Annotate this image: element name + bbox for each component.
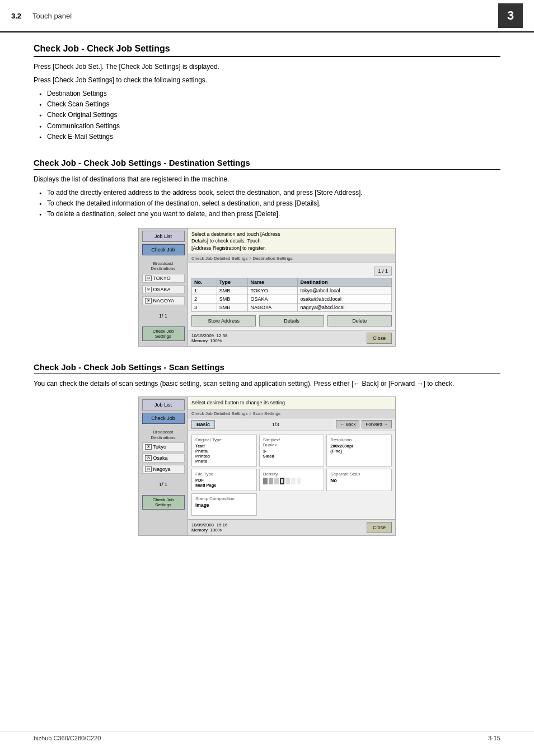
page-counter: 1 / 1 (374, 267, 392, 276)
cell-type: SMB (217, 304, 248, 312)
list-item: To add the directly entered address to t… (39, 188, 500, 198)
scan-cell-density: Density (259, 469, 325, 491)
page-counter-scan: 1/3 (272, 422, 279, 427)
dest-item-osaka: ✉ OSAKA (142, 285, 185, 294)
job-list-button-scan[interactable]: Job List (142, 399, 185, 410)
close-button[interactable]: Close (367, 333, 392, 344)
page-number: 1/ 1 (159, 313, 167, 319)
details-button[interactable]: Details (259, 315, 324, 326)
check-job-settings-button[interactable]: Check JobSettings (142, 326, 185, 341)
header-bar: 3.2 Touch panel 3 (0, 0, 534, 32)
list-item: To check the detailed information of the… (39, 198, 500, 209)
destination-settings-panel: Job List Check Job BroadcastDestinations… (138, 228, 396, 347)
cell-no: 2 (192, 295, 217, 304)
forward-button-scan[interactable]: Forward → (362, 420, 392, 428)
cell-name: NAGOYA (248, 304, 298, 312)
broadcast-label: BroadcastDestinations (151, 261, 175, 272)
ui-sidebar-scan: Job List Check Job BroadcastDestinations… (139, 397, 188, 535)
footer-right: 3-15 (488, 735, 500, 741)
cell-no: 3 (192, 304, 217, 312)
cell-label: File Type (195, 472, 253, 477)
scan-settings-grid: Original Type Text/Photo/PrintedPhoto Si… (191, 435, 392, 516)
check-job-settings-button-scan[interactable]: Check JobSettings (142, 495, 185, 510)
scan-cell-resolution: Resolution 200x200dpi(Fine) (326, 435, 392, 466)
cell-label: Density (263, 472, 321, 477)
ui-sidebar-dest: Job List Check Job BroadcastDestinations… (139, 228, 188, 347)
check-job-button[interactable]: Check Job (142, 244, 185, 255)
destination-table: No. Type Name Destination 1 SMB (191, 278, 392, 312)
section3-para1: You can check the details of scan settin… (34, 379, 500, 389)
delete-button[interactable]: Delete (327, 315, 392, 326)
dest-item-tokyo: ✉ TOKYO (142, 274, 185, 283)
density-seg7 (297, 478, 301, 484)
density-bar (263, 478, 321, 484)
basic-tab[interactable]: Basic (191, 420, 215, 429)
list-item: Check Original Settings (39, 110, 500, 120)
panel-inner: Job List Check Job BroadcastDestinations… (139, 228, 395, 347)
list-item: Communication Settings (39, 121, 500, 132)
list-item: Check E-Mail Settings (39, 132, 500, 142)
chapter-number: 3.2 (11, 12, 21, 20)
list-item: To delete a destination, select one you … (39, 209, 500, 220)
broadcast-label-scan: BroadcastDestinations (151, 430, 175, 440)
table-row: 3 SMB NAGOYA nagoya@abcd.local (192, 304, 392, 312)
cell-dest: tokyo@abcd.local (298, 287, 392, 295)
back-button-scan[interactable]: ← Back (336, 420, 359, 428)
main-content: Check Job - Check Job Settings Press [Ch… (0, 32, 534, 555)
close-button-scan[interactable]: Close (367, 522, 392, 533)
section2-para1: Displays the list of destinations that a… (34, 174, 500, 184)
cell-value: 200x200dpi(Fine) (330, 444, 388, 454)
page-footer: bizhub C360/C280/C220 3-15 (0, 731, 534, 745)
cell-name: TOKYO (248, 287, 298, 295)
cell-value: Text/Photo/PrintedPhoto (195, 444, 253, 464)
dest-item-nagoya-scan: ✉ Nagoya (142, 465, 185, 474)
chapter-badge: 3 (498, 3, 523, 28)
dest-item-osaka-scan: ✉ Osaka (142, 454, 185, 463)
content-area-scan: Original Type Text/Photo/PrintedPhoto Si… (188, 431, 395, 519)
cell-label: Resolution (330, 437, 388, 442)
nav-buttons: ← Back Forward → (336, 420, 392, 428)
cell-dest: osaka@abcd.local (298, 295, 392, 304)
job-list-button[interactable]: Job List (142, 231, 185, 242)
scan-cell-stamp: Stamp Composition Image (191, 493, 257, 516)
page-number-scan: 1/ 1 (159, 482, 167, 487)
section1-title: Check Job - Check Job Settings (34, 44, 500, 57)
col-type: Type (217, 278, 248, 287)
ui-main-dest: Select a destination and touch [AddressD… (188, 228, 395, 347)
dest-icon: ✉ (145, 276, 152, 281)
dest-icon: ✉ (145, 455, 152, 461)
action-buttons: Store Address Details Delete (191, 315, 392, 326)
check-job-button-scan[interactable]: Check Job (142, 413, 185, 424)
panel-inner-scan: Job List Check Job BroadcastDestinations… (139, 397, 395, 535)
dest-icon: ✉ (145, 466, 152, 472)
breadcrumb-scan: Check Job Detailed Settings > Scan Setti… (188, 409, 395, 418)
list-item: Destination Settings (39, 88, 500, 99)
col-no: No. (192, 278, 217, 287)
footer-left: bizhub C360/C280/C220 (34, 735, 101, 741)
density-seg4 (280, 478, 284, 484)
scan-cell-separate-scan: Separate Scan No (326, 469, 392, 491)
scan-cell-simplex: Simplex/Duplex 1-Sided (259, 435, 325, 466)
cell-name: OSAKA (248, 295, 298, 304)
section3-title: Check Job - Check Job Settings - Scan Se… (34, 362, 500, 374)
ui-main-scan: Select desired button to change its sett… (188, 397, 395, 535)
bottom-bar-dest: 10/15/2009 12:38 Memory 100% Close (188, 330, 395, 346)
table-header-row: 1 / 1 (191, 267, 392, 276)
scan-cell-file-type: File Type PDFMulti Page (191, 469, 257, 491)
table-row: 2 SMB OSAKA osaka@abcd.local (192, 295, 392, 304)
chapter-title: Touch panel (32, 12, 72, 20)
dest-item-tokyo-scan: ✉ Tokyo (142, 442, 185, 451)
status-datetime-scan: 10/09/2008 15:16 Memory 100% (191, 522, 228, 533)
scan-cell-original-type: Original Type Text/Photo/PrintedPhoto (191, 435, 257, 466)
bottom-bar-scan: 10/09/2008 15:16 Memory 100% Close (188, 519, 395, 535)
density-seg6 (291, 478, 296, 484)
col-destination: Destination (298, 278, 392, 287)
cell-value: Image (195, 502, 253, 508)
section1-para1: Press [Check Job Set.]. The [Check Job S… (34, 62, 500, 72)
chapter-badge-container: 3 (498, 3, 523, 28)
cell-type: SMB (217, 295, 248, 304)
dest-icon: ✉ (145, 287, 152, 292)
cell-label: Simplex/Duplex (263, 437, 321, 447)
store-address-button[interactable]: Store Address (191, 315, 256, 326)
dest-icon: ✉ (145, 298, 152, 304)
